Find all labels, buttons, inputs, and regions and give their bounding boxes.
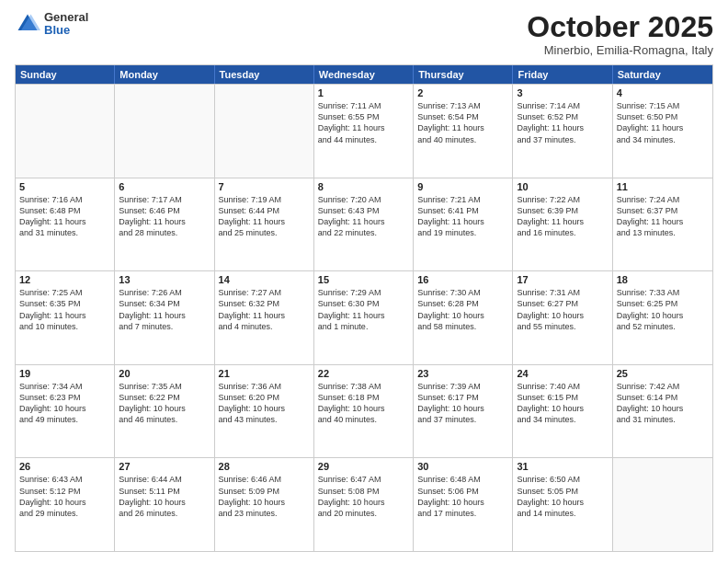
- calendar-cell: 8Sunrise: 7:20 AM Sunset: 6:43 PM Daylig…: [314, 178, 414, 271]
- calendar-cell: 2Sunrise: 7:13 AM Sunset: 6:54 PM Daylig…: [414, 85, 513, 178]
- calendar-cell: 30Sunrise: 6:48 AM Sunset: 5:06 PM Dayli…: [414, 458, 513, 551]
- day-number: 26: [19, 461, 110, 472]
- cell-info: Sunrise: 7:14 AM Sunset: 6:52 PM Dayligh…: [517, 100, 608, 145]
- calendar-cell: [613, 458, 712, 551]
- cell-info: Sunrise: 7:42 AM Sunset: 6:14 PM Dayligh…: [617, 381, 709, 426]
- day-number: 24: [517, 368, 608, 379]
- header-day-friday: Friday: [513, 65, 612, 84]
- cell-info: Sunrise: 7:15 AM Sunset: 6:50 PM Dayligh…: [617, 100, 709, 145]
- month-title: October 2025: [527, 11, 713, 43]
- day-number: 25: [617, 368, 709, 379]
- calendar-cell: [115, 85, 214, 178]
- cell-info: Sunrise: 7:26 AM Sunset: 6:34 PM Dayligh…: [119, 287, 210, 332]
- day-number: 27: [119, 461, 210, 472]
- cell-info: Sunrise: 7:17 AM Sunset: 6:46 PM Dayligh…: [119, 194, 210, 239]
- day-number: 17: [517, 274, 608, 285]
- header-day-thursday: Thursday: [414, 65, 513, 84]
- title-block: October 2025 Minerbio, Emilia-Romagna, I…: [527, 11, 713, 57]
- cell-info: Sunrise: 7:11 AM Sunset: 6:55 PM Dayligh…: [318, 100, 409, 145]
- cell-info: Sunrise: 7:16 AM Sunset: 6:48 PM Dayligh…: [19, 194, 110, 239]
- calendar-cell: 16Sunrise: 7:30 AM Sunset: 6:28 PM Dayli…: [414, 271, 513, 364]
- cell-info: Sunrise: 7:34 AM Sunset: 6:23 PM Dayligh…: [19, 381, 110, 426]
- calendar-cell: 17Sunrise: 7:31 AM Sunset: 6:27 PM Dayli…: [513, 271, 612, 364]
- logo-general-text: General: [44, 11, 88, 24]
- header-day-saturday: Saturday: [613, 65, 712, 84]
- day-number: 2: [417, 87, 508, 98]
- cell-info: Sunrise: 7:24 AM Sunset: 6:37 PM Dayligh…: [617, 194, 709, 239]
- calendar-cell: 24Sunrise: 7:40 AM Sunset: 6:15 PM Dayli…: [513, 365, 612, 458]
- day-number: 7: [219, 181, 310, 192]
- calendar-week-2: 5Sunrise: 7:16 AM Sunset: 6:48 PM Daylig…: [16, 178, 712, 271]
- calendar-cell: 18Sunrise: 7:33 AM Sunset: 6:25 PM Dayli…: [613, 271, 712, 364]
- header-day-wednesday: Wednesday: [314, 65, 414, 84]
- calendar-cell: 12Sunrise: 7:25 AM Sunset: 6:35 PM Dayli…: [16, 271, 115, 364]
- logo-text: General Blue: [44, 11, 88, 38]
- calendar-cell: 15Sunrise: 7:29 AM Sunset: 6:30 PM Dayli…: [314, 271, 414, 364]
- cell-info: Sunrise: 6:44 AM Sunset: 5:11 PM Dayligh…: [119, 474, 210, 519]
- cell-info: Sunrise: 7:19 AM Sunset: 6:44 PM Dayligh…: [219, 194, 310, 239]
- cell-info: Sunrise: 7:33 AM Sunset: 6:25 PM Dayligh…: [617, 287, 709, 332]
- logo: General Blue: [15, 11, 88, 38]
- calendar-cell: 9Sunrise: 7:21 AM Sunset: 6:41 PM Daylig…: [414, 178, 513, 271]
- calendar-cell: 13Sunrise: 7:26 AM Sunset: 6:34 PM Dayli…: [115, 271, 214, 364]
- logo-icon: [15, 11, 40, 37]
- calendar-cell: 27Sunrise: 6:44 AM Sunset: 5:11 PM Dayli…: [115, 458, 214, 551]
- day-number: 12: [19, 274, 110, 285]
- calendar-week-1: 1Sunrise: 7:11 AM Sunset: 6:55 PM Daylig…: [16, 84, 712, 178]
- calendar-week-4: 19Sunrise: 7:34 AM Sunset: 6:23 PM Dayli…: [16, 364, 712, 458]
- cell-info: Sunrise: 7:25 AM Sunset: 6:35 PM Dayligh…: [19, 287, 110, 332]
- cell-info: Sunrise: 7:35 AM Sunset: 6:22 PM Dayligh…: [119, 381, 210, 426]
- cell-info: Sunrise: 6:50 AM Sunset: 5:05 PM Dayligh…: [517, 474, 608, 519]
- calendar-cell: 4Sunrise: 7:15 AM Sunset: 6:50 PM Daylig…: [613, 85, 712, 178]
- day-number: 23: [417, 368, 508, 379]
- calendar-week-3: 12Sunrise: 7:25 AM Sunset: 6:35 PM Dayli…: [16, 270, 712, 364]
- cell-info: Sunrise: 7:30 AM Sunset: 6:28 PM Dayligh…: [417, 287, 508, 332]
- cell-info: Sunrise: 7:20 AM Sunset: 6:43 PM Dayligh…: [318, 194, 409, 239]
- day-number: 31: [517, 461, 608, 472]
- calendar-cell: 22Sunrise: 7:38 AM Sunset: 6:18 PM Dayli…: [314, 365, 414, 458]
- day-number: 30: [417, 461, 508, 472]
- day-number: 10: [517, 181, 608, 192]
- day-number: 29: [318, 461, 409, 472]
- day-number: 5: [19, 181, 110, 192]
- cell-info: Sunrise: 7:38 AM Sunset: 6:18 PM Dayligh…: [318, 381, 409, 426]
- cell-info: Sunrise: 7:27 AM Sunset: 6:32 PM Dayligh…: [219, 287, 310, 332]
- calendar-cell: 6Sunrise: 7:17 AM Sunset: 6:46 PM Daylig…: [115, 178, 214, 271]
- cell-info: Sunrise: 6:43 AM Sunset: 5:12 PM Dayligh…: [19, 474, 110, 519]
- calendar: SundayMondayTuesdayWednesdayThursdayFrid…: [15, 64, 713, 552]
- logo-blue-text: Blue: [44, 24, 88, 37]
- day-number: 18: [617, 274, 709, 285]
- calendar-cell: 3Sunrise: 7:14 AM Sunset: 6:52 PM Daylig…: [513, 85, 612, 178]
- calendar-header: SundayMondayTuesdayWednesdayThursdayFrid…: [16, 65, 712, 84]
- cell-info: Sunrise: 7:22 AM Sunset: 6:39 PM Dayligh…: [517, 194, 608, 239]
- cell-info: Sunrise: 6:46 AM Sunset: 5:09 PM Dayligh…: [219, 474, 310, 519]
- calendar-cell: [16, 85, 115, 178]
- day-number: 1: [318, 87, 409, 98]
- day-number: 8: [318, 181, 409, 192]
- calendar-cell: [215, 85, 314, 178]
- day-number: 20: [119, 368, 210, 379]
- calendar-cell: 25Sunrise: 7:42 AM Sunset: 6:14 PM Dayli…: [613, 365, 712, 458]
- calendar-cell: 23Sunrise: 7:39 AM Sunset: 6:17 PM Dayli…: [414, 365, 513, 458]
- header-day-sunday: Sunday: [16, 65, 115, 84]
- cell-info: Sunrise: 7:21 AM Sunset: 6:41 PM Dayligh…: [417, 194, 508, 239]
- header: General Blue October 2025 Minerbio, Emil…: [15, 11, 713, 57]
- day-number: 19: [19, 368, 110, 379]
- cell-info: Sunrise: 7:39 AM Sunset: 6:17 PM Dayligh…: [417, 381, 508, 426]
- calendar-cell: 19Sunrise: 7:34 AM Sunset: 6:23 PM Dayli…: [16, 365, 115, 458]
- cell-info: Sunrise: 7:29 AM Sunset: 6:30 PM Dayligh…: [318, 287, 409, 332]
- calendar-cell: 7Sunrise: 7:19 AM Sunset: 6:44 PM Daylig…: [215, 178, 314, 271]
- calendar-cell: 26Sunrise: 6:43 AM Sunset: 5:12 PM Dayli…: [16, 458, 115, 551]
- calendar-cell: 21Sunrise: 7:36 AM Sunset: 6:20 PM Dayli…: [215, 365, 314, 458]
- calendar-cell: 31Sunrise: 6:50 AM Sunset: 5:05 PM Dayli…: [513, 458, 612, 551]
- day-number: 28: [219, 461, 310, 472]
- day-number: 13: [119, 274, 210, 285]
- day-number: 3: [517, 87, 608, 98]
- cell-info: Sunrise: 7:40 AM Sunset: 6:15 PM Dayligh…: [517, 381, 608, 426]
- calendar-cell: 11Sunrise: 7:24 AM Sunset: 6:37 PM Dayli…: [613, 178, 712, 271]
- calendar-cell: 10Sunrise: 7:22 AM Sunset: 6:39 PM Dayli…: [513, 178, 612, 271]
- day-number: 4: [617, 87, 709, 98]
- day-number: 6: [119, 181, 210, 192]
- location: Minerbio, Emilia-Romagna, Italy: [527, 43, 713, 57]
- day-number: 22: [318, 368, 409, 379]
